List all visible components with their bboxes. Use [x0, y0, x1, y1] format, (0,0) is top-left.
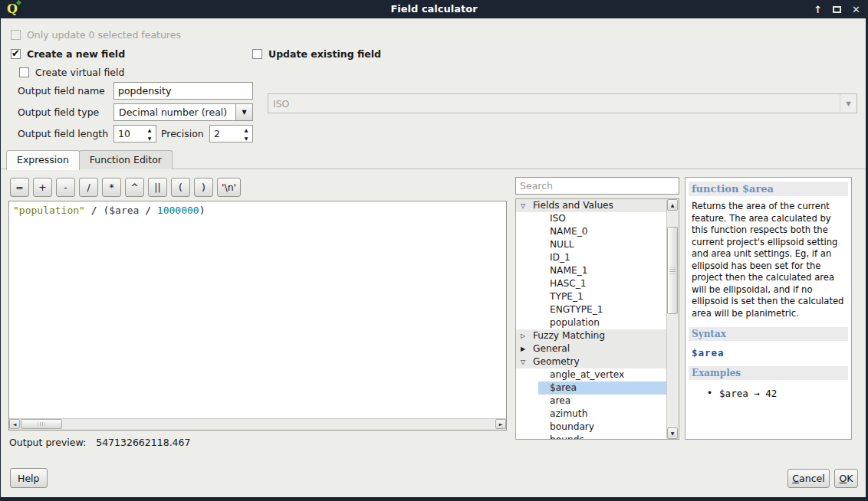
tree-item-engtype-1[interactable]: ENGTYPE_1 [516, 303, 667, 316]
tree-item-null[interactable]: NULL [516, 238, 667, 251]
operator-power-button[interactable]: ^ [125, 178, 144, 197]
tree-item-name-1[interactable]: NAME_1 [516, 264, 667, 277]
tree-item-boundary[interactable]: boundary [516, 421, 667, 434]
tree-group-geometry[interactable]: ▽Geometry [516, 355, 667, 368]
chevron-down-icon[interactable]: ▼ [235, 104, 252, 120]
create-new-field-checkbox[interactable]: Create a new field [11, 47, 125, 60]
tree-group-fields-and-values[interactable]: ▽Fields and Values [516, 199, 667, 212]
chevron-down-icon: ▼ [840, 94, 856, 113]
scrollbar-thumb[interactable] [667, 227, 678, 314]
field-calculator-dialog: Q Field calculator ↑ ✕ Only update 0 sel… [0, 0, 868, 501]
operator-close-paren-button[interactable]: ) [194, 178, 213, 197]
expander-icon[interactable]: ▽ [521, 355, 530, 368]
tree-item-label: Geometry [533, 356, 580, 367]
tree-item-iso[interactable]: ISO [516, 212, 667, 225]
output-field-length-value: 10 [118, 126, 130, 142]
dialog-body: Only update 0 selected features Create a… [1, 18, 866, 497]
precision-value: 2 [214, 126, 220, 142]
operator-multiply-button[interactable]: * [102, 178, 121, 197]
only-update-checkbox-box[interactable] [11, 30, 21, 40]
tree-item-label: Fields and Values [533, 200, 613, 211]
help-examples-header: Examples [689, 366, 848, 380]
scrollbar-thumb[interactable] [21, 419, 62, 429]
expander-icon[interactable]: ▽ [521, 199, 530, 212]
output-field-name-input[interactable] [113, 82, 253, 100]
operator-open-paren-button[interactable]: ( [171, 178, 190, 197]
output-field-name-label: Output field name [18, 85, 105, 97]
scroll-down-icon[interactable]: ▼ [667, 427, 678, 439]
tree-item-label: area [550, 395, 570, 406]
operator-concat-button[interactable]: || [148, 178, 167, 197]
help-example-text: $area → 42 [719, 388, 777, 399]
function-help-panel: function $area Returns the area of the c… [685, 177, 852, 440]
tree-item-area[interactable]: $area [516, 381, 667, 395]
function-tree: ▽Fields and ValuesISONAME_0NULLID_1NAME_… [515, 198, 679, 440]
tree-item-label: NULL [550, 239, 574, 250]
tree-item-label: NAME_0 [550, 226, 588, 237]
search-input[interactable] [515, 177, 679, 195]
create-virtual-field-checkbox[interactable]: Create virtual field [19, 66, 124, 78]
spinner-arrows-icon[interactable]: ▲▼ [146, 126, 153, 142]
expression-token: 1000000 [157, 205, 199, 216]
help-syntax-header: Syntax [689, 327, 848, 341]
operator-plus-button[interactable]: + [33, 178, 52, 197]
tab-function-editor[interactable]: Function Editor [79, 150, 173, 169]
operator-divide-button[interactable]: / [79, 178, 98, 197]
vertical-scrollbar[interactable]: ▲ ▼ [666, 199, 679, 439]
expression-editor[interactable]: "population" / ($area / 1000000) ◄ ► [8, 201, 507, 431]
expression-text[interactable]: "population" / ($area / 1000000) [9, 201, 506, 219]
tree-item-angle-at-vertex[interactable]: angle_at_vertex [516, 368, 667, 381]
operator-equals-button[interactable]: = [10, 178, 29, 197]
maximize-icon[interactable] [833, 6, 841, 13]
update-existing-field-checkbox[interactable]: Update existing field [252, 47, 381, 60]
output-field-type-value: Decimal number (real) [119, 104, 227, 120]
close-icon[interactable]: ✕ [852, 5, 860, 15]
operator-button-row: =+-/*^||()'\n' [10, 178, 241, 197]
output-preview-value: 547132662118.467 [96, 437, 190, 448]
tree-item-name-0[interactable]: NAME_0 [516, 225, 667, 238]
tree-item-azimuth[interactable]: azimuth [516, 408, 667, 421]
tree-item-label: ID_1 [550, 252, 570, 263]
tree-item-label: TYPE_1 [550, 291, 584, 302]
update-existing-field-checkbox-box[interactable] [252, 49, 262, 59]
output-preview: Output preview:547132662118.467 [9, 437, 190, 448]
operator-minus-button[interactable]: - [56, 178, 75, 197]
only-update-checkbox[interactable]: Only update 0 selected features [11, 28, 181, 41]
precision-spinner[interactable]: 2 ▲▼ [209, 125, 253, 142]
window-controls: ↑ ✕ [814, 0, 860, 18]
tree-item-type-1[interactable]: TYPE_1 [516, 290, 667, 303]
output-field-length-spinner[interactable]: 10 ▲▼ [113, 125, 156, 142]
update-existing-field-label: Update existing field [268, 48, 381, 60]
scroll-right-icon[interactable]: ► [495, 419, 506, 429]
create-virtual-field-checkbox-box[interactable] [19, 67, 29, 77]
tree-item-population[interactable]: population [516, 316, 667, 329]
tree-item-area[interactable]: area [516, 395, 667, 408]
scroll-left-icon[interactable]: ◄ [9, 419, 20, 429]
tree-item-label: azimuth [550, 408, 587, 419]
horizontal-scrollbar[interactable]: ◄ ► [9, 418, 506, 430]
spinner-arrows-icon[interactable]: ▲▼ [242, 126, 250, 142]
tree-group-fuzzy-matching[interactable]: ▷Fuzzy Matching [516, 329, 667, 342]
tab-expression[interactable]: Expression [6, 150, 80, 170]
tree-group-general[interactable]: ▶General [516, 342, 667, 355]
bullet-icon: • [707, 388, 712, 399]
expander-icon[interactable]: ▷ [521, 329, 530, 342]
ok-button[interactable]: OK [834, 469, 858, 488]
tree-item-label: boundary [550, 421, 594, 432]
expander-icon[interactable]: ▶ [521, 342, 530, 355]
titlebar: Q Field calculator ↑ ✕ [0, 0, 868, 18]
cancel-button[interactable]: Cancel [787, 469, 830, 488]
output-field-type-combobox[interactable]: Decimal number (real) ▼ [113, 103, 253, 121]
tree-item-bounds[interactable]: bounds [516, 434, 667, 439]
create-new-field-checkbox-box[interactable] [11, 49, 21, 59]
tree-item-hasc-1[interactable]: HASC_1 [516, 277, 667, 290]
only-update-label: Only update 0 selected features [27, 29, 181, 41]
tree-item-label: General [533, 343, 570, 354]
tree-item-label: ISO [550, 213, 566, 224]
help-example: • $area → 42 [707, 388, 845, 399]
help-button[interactable]: Help [10, 468, 48, 488]
scroll-up-icon[interactable]: ▲ [667, 199, 678, 211]
tree-item-id-1[interactable]: ID_1 [516, 251, 667, 264]
operator-newline-button[interactable]: '\n' [217, 178, 241, 197]
shade-icon[interactable]: ↑ [814, 5, 822, 15]
